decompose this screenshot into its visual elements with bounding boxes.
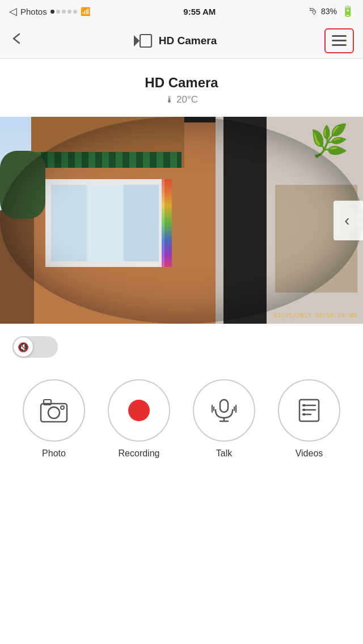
signal-dot-5 <box>73 10 77 14</box>
videos-control[interactable]: Videos <box>278 379 340 459</box>
status-right: ⮷ 83% 🔋 <box>309 5 354 18</box>
battery-percent: 83% <box>321 7 337 16</box>
svg-rect-18 <box>303 409 305 411</box>
svg-rect-17 <box>303 404 305 406</box>
recording-label: Recording <box>119 448 160 459</box>
temperature-value: 20°C <box>176 94 198 105</box>
photo-control[interactable]: Photo <box>23 379 85 459</box>
camera-device-icon <box>133 33 153 49</box>
bluetooth-icon: ⮷ <box>309 7 316 16</box>
menu-button[interactable] <box>324 28 354 53</box>
signal-dot-4 <box>67 10 71 14</box>
device-info: HD Camera 🌡 20°C <box>0 59 363 117</box>
talk-control[interactable]: Talk <box>193 379 255 459</box>
microphone-icon <box>210 396 238 425</box>
back-button[interactable] <box>9 31 25 50</box>
signal-dots <box>50 10 77 14</box>
thermometer-icon: 🌡 <box>165 95 174 105</box>
svg-point-5 <box>61 406 64 409</box>
nav-bar: HD Camera <box>0 23 363 59</box>
svg-rect-6 <box>220 400 228 412</box>
signal-dot-3 <box>62 10 66 14</box>
camera-icon <box>39 398 69 423</box>
videos-icon <box>295 396 323 425</box>
talk-button[interactable] <box>193 379 255 442</box>
controls-row: Photo Recording <box>0 363 363 468</box>
chevron-left-icon: ‹ <box>344 211 349 230</box>
timestamp: 01/25/2017 10:50:54 AM <box>273 312 356 319</box>
mic-toggle[interactable]: 🔇 <box>12 336 58 358</box>
hamburger-line-2 <box>332 40 347 41</box>
nav-title-group: HD Camera <box>133 33 217 49</box>
videos-button[interactable] <box>278 379 340 442</box>
recording-control[interactable]: Recording <box>108 379 170 459</box>
signal-dot-1 <box>50 10 54 14</box>
signal-dot-2 <box>56 10 60 14</box>
camera-feed: 🌿 01/25/2017 10:50:54 AM ‹ <box>0 117 363 324</box>
recording-button[interactable] <box>108 379 170 442</box>
battery-icon: 🔋 <box>341 5 354 18</box>
app-label: Photos <box>20 7 47 16</box>
svg-rect-19 <box>303 413 305 416</box>
toggle-thumb: 🔇 <box>14 337 33 357</box>
device-name: HD Camera <box>0 75 363 91</box>
hamburger-line-1 <box>332 35 347 37</box>
nav-title: HD Camera <box>159 35 217 47</box>
videos-label: Videos <box>296 448 323 459</box>
status-time: 9:55 AM <box>183 7 216 16</box>
back-arrow-icon: ◁ <box>9 5 17 18</box>
photo-label: Photo <box>42 448 66 459</box>
svg-rect-1 <box>140 35 151 47</box>
expand-button[interactable]: ‹ <box>334 201 363 240</box>
mic-mute-icon: 🔇 <box>18 342 29 353</box>
wifi-icon: 📶 <box>81 7 90 16</box>
status-bar: ◁ Photos 📶 9:55 AM ⮷ 83% 🔋 <box>0 0 363 23</box>
talk-label: Talk <box>216 448 232 459</box>
record-dot-icon <box>128 400 150 421</box>
svg-point-3 <box>48 407 60 418</box>
device-temperature: 🌡 20°C <box>0 94 363 105</box>
svg-marker-0 <box>134 35 140 46</box>
hamburger-line-3 <box>332 44 347 46</box>
photo-button[interactable] <box>23 379 85 442</box>
status-left: ◁ Photos 📶 <box>9 5 90 18</box>
vignette <box>0 117 363 324</box>
mic-toggle-row: 🔇 <box>0 324 363 363</box>
